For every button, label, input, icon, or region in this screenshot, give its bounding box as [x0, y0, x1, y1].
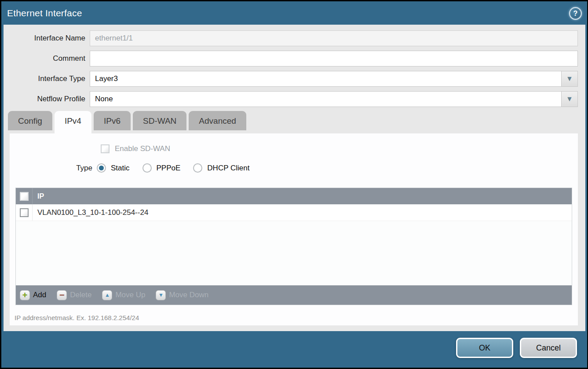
- enable-sdwan-row: Enable SD-WAN: [101, 144, 170, 153]
- cancel-button[interactable]: Cancel: [520, 338, 577, 358]
- tab-config[interactable]: Config: [8, 111, 52, 130]
- row-checkbox-cell: [16, 204, 33, 221]
- ipv4-tab-panel: Enable SD-WAN Type Static PPPoE DHCP Cli…: [10, 133, 578, 325]
- add-button[interactable]: + Add: [20, 290, 46, 300]
- netflow-profile-value: None: [90, 92, 561, 107]
- arrow-down-icon: ▼: [156, 290, 166, 300]
- minus-icon: −: [57, 290, 67, 300]
- comment-label: Comment: [4, 54, 90, 63]
- ip-column-header: IP: [33, 192, 44, 200]
- radio-dhcp-control[interactable]: [193, 163, 202, 173]
- dialog-body: Interface Name Comment Interface Type: [4, 25, 585, 331]
- interface-name-input: [90, 30, 578, 46]
- netflow-profile-label: Netflow Profile: [4, 95, 90, 103]
- interface-form: Interface Name Comment Interface Type: [4, 30, 578, 111]
- arrow-up-icon: ▲: [102, 290, 112, 300]
- interface-type-value: Layer3: [90, 71, 561, 86]
- radio-pppoe[interactable]: PPPoE: [142, 163, 181, 173]
- tab-bar: Config IPv4 IPv6 SD-WAN Advanced: [8, 111, 246, 133]
- tab-ipv4[interactable]: IPv4: [55, 111, 91, 133]
- table-empty-area: [16, 221, 572, 285]
- interface-type-dropdown[interactable]: Layer3 ▼: [90, 71, 578, 87]
- ip-table-header: IP: [16, 188, 572, 204]
- move-up-button[interactable]: ▲ Move Up: [102, 290, 145, 300]
- radio-static-label: Static: [111, 164, 130, 173]
- delete-button[interactable]: − Delete: [57, 290, 91, 300]
- select-all-cell: [16, 188, 33, 204]
- dialog-titlebar: Ethernet Interface ?: [1, 1, 587, 25]
- radio-static[interactable]: Static: [97, 163, 130, 173]
- ok-button[interactable]: OK: [456, 338, 513, 358]
- chevron-down-icon[interactable]: ▼: [561, 92, 577, 107]
- interface-type-label: Interface Type: [4, 74, 90, 83]
- interface-name-row: Interface Name: [4, 30, 578, 46]
- radio-static-control[interactable]: [97, 163, 106, 173]
- comment-row: Comment: [4, 51, 578, 66]
- move-up-button-label: Move Up: [115, 291, 145, 299]
- address-type-row: Type Static PPPoE DHCP Client: [10, 163, 262, 173]
- ethernet-interface-window: Ethernet Interface ? Interface Name Comm…: [0, 0, 588, 369]
- enable-sdwan-checkbox[interactable]: [101, 144, 110, 153]
- interface-name-label: Interface Name: [4, 34, 90, 43]
- ethernet-interface-dialog: Ethernet Interface ? Interface Name Comm…: [1, 1, 587, 368]
- ip-table: IP VLAN0100_L3_10-1-100-254--24 + Add: [15, 188, 572, 305]
- netflow-profile-dropdown[interactable]: None ▼: [90, 91, 578, 107]
- move-down-button-label: Move Down: [169, 291, 208, 299]
- comment-input[interactable]: [90, 51, 578, 66]
- tab-advanced[interactable]: Advanced: [189, 111, 246, 130]
- netflow-profile-row: Netflow Profile None ▼: [4, 91, 578, 107]
- move-down-button[interactable]: ▼ Move Down: [156, 290, 208, 300]
- delete-button-label: Delete: [70, 291, 91, 299]
- row-ip-value: VLAN0100_L3_10-1-100-254--24: [33, 208, 148, 217]
- enable-sdwan-label: Enable SD-WAN: [115, 144, 170, 153]
- interface-type-row: Interface Type Layer3 ▼: [4, 71, 578, 87]
- tab-sdwan[interactable]: SD-WAN: [133, 111, 186, 130]
- plus-icon: +: [20, 290, 30, 300]
- tab-ipv6[interactable]: IPv6: [94, 111, 131, 130]
- chevron-down-icon[interactable]: ▼: [561, 71, 577, 86]
- table-toolbar: + Add − Delete ▲ Move Up ▼: [16, 285, 572, 305]
- address-type-label: Type: [10, 164, 97, 173]
- radio-pppoe-control[interactable]: [142, 163, 152, 173]
- dialog-title: Ethernet Interface: [7, 8, 82, 18]
- row-checkbox[interactable]: [20, 208, 29, 217]
- table-row[interactable]: VLAN0100_L3_10-1-100-254--24: [16, 204, 572, 221]
- add-button-label: Add: [33, 291, 46, 299]
- ip-format-hint: IP address/netmask. Ex. 192.168.2.254/24: [15, 314, 139, 321]
- help-icon[interactable]: ?: [569, 7, 582, 20]
- radio-pppoe-label: PPPoE: [157, 164, 181, 173]
- radio-dhcp-label: DHCP Client: [207, 164, 249, 173]
- select-all-checkbox[interactable]: [20, 192, 29, 201]
- radio-dhcp-client[interactable]: DHCP Client: [193, 163, 249, 173]
